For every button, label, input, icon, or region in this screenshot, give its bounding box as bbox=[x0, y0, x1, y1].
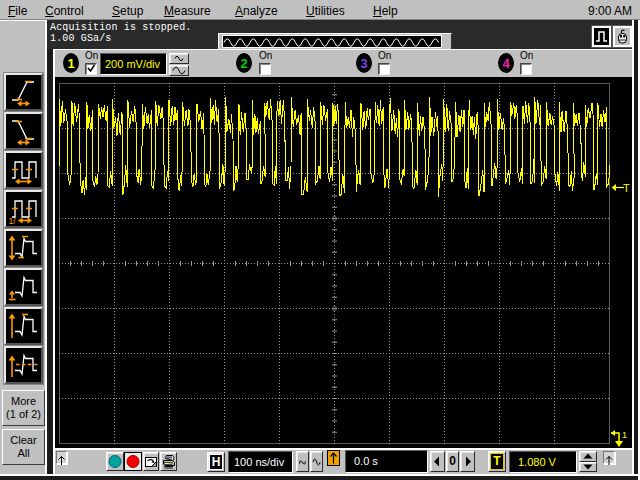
svg-text:1/: 1/ bbox=[9, 216, 17, 225]
svg-text:T: T bbox=[623, 182, 630, 194]
svg-text:1: 1 bbox=[622, 430, 627, 440]
